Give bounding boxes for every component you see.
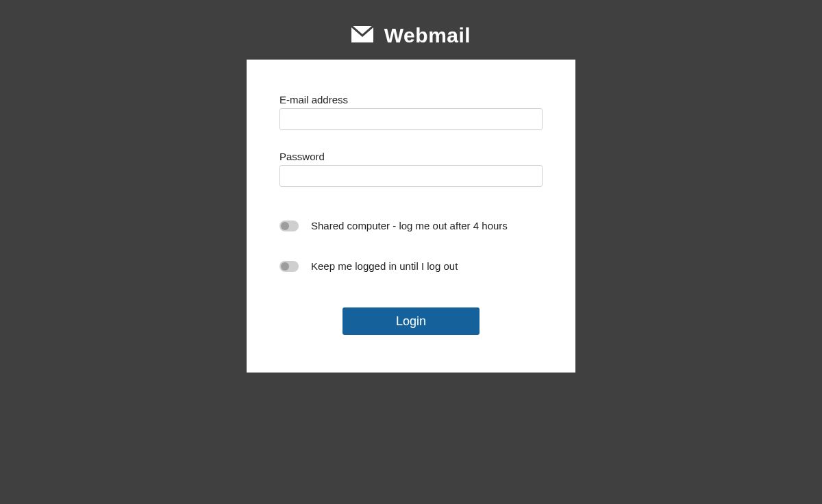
shared-computer-toggle[interactable] [279,220,299,231]
login-button[interactable]: Login [342,307,480,335]
app-header: Webmail [0,0,822,60]
envelope-icon [351,26,373,45]
email-label: E-mail address [279,94,543,105]
app-title: Webmail [384,24,471,47]
keep-logged-in-label: Keep me logged in until I log out [311,260,458,272]
email-input[interactable] [279,108,543,130]
shared-computer-row: Shared computer - log me out after 4 hou… [279,220,543,231]
password-input[interactable] [279,165,543,187]
button-row: Login [279,307,543,335]
keep-logged-in-row: Keep me logged in until I log out [279,260,543,272]
password-label: Password [279,151,543,162]
login-card: E-mail address Password Shared computer … [247,60,575,373]
email-field-group: E-mail address [279,94,543,130]
keep-logged-in-toggle[interactable] [279,261,299,272]
toggle-knob [281,222,289,230]
toggle-knob [281,262,289,270]
shared-computer-label: Shared computer - log me out after 4 hou… [311,220,508,231]
toggle-section: Shared computer - log me out after 4 hou… [279,220,543,272]
password-field-group: Password [279,151,543,187]
